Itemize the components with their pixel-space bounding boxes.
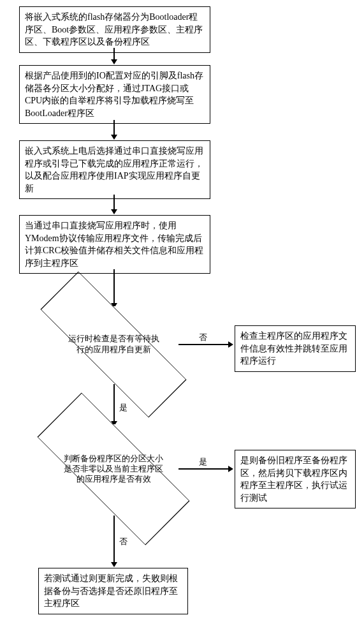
label-yes-1: 是 [118, 402, 129, 413]
arrow-4 [113, 269, 115, 304]
arrow-head-d1-no [228, 341, 233, 348]
process-box-6: 是则备份旧程序至备份程序区，然后拷贝下载程序区内程序至主程序区，执行试运行测试 [235, 450, 356, 508]
arrow-head-1 [111, 59, 117, 64]
process-box-2: 根据产品使用到的IO配置对应的引脚及flash存储器各分区大小分配好，通过JTA… [19, 65, 210, 124]
decision-text: 运行时检查是否有等待执行的应用程序自更新 [50, 306, 177, 383]
arrow-d1-no [178, 344, 229, 345]
process-text: 嵌入式系统上电后选择通过串口直接烧写应用程序或引导已下载完成的应用程序正常运行，… [25, 146, 203, 193]
arrow-1 [113, 48, 115, 61]
process-box-7: 若测试通过则更新完成，失败则根据备份与否选择是否还原旧程序至主程序区 [38, 568, 188, 614]
process-text: 检查主程序区的应用程序文件信息有效性并跳转至应用程序运行 [240, 331, 347, 366]
decision-1: 运行时检查是否有等待执行的应用程序自更新 [50, 306, 177, 383]
arrow-head-3 [111, 209, 117, 214]
arrow-d1-yes [113, 384, 115, 422]
process-text: 若测试通过则更新完成，失败则根据备份与否选择是否还原旧程序至主程序区 [44, 574, 178, 608]
arrow-3 [113, 195, 115, 211]
process-text: 当通过串口直接烧写应用程序时，使用YModem协议传输应用程序文件，传输完成后计… [25, 221, 203, 268]
flowchart-container: 将嵌入式系统的flash存储器分为Bootloader程序区、Boot参数区、应… [0, 0, 364, 638]
decision-text: 判断备份程序区的分区大小是否非零以及当前主程序区的应用程序是否有效 [50, 424, 177, 514]
label-no-2: 否 [118, 536, 129, 547]
arrow-head-d2-no [111, 562, 117, 567]
process-box-3: 嵌入式系统上电后选择通过串口直接烧写应用程序或引导已下载完成的应用程序正常运行，… [19, 140, 210, 199]
process-text: 是则备份旧程序至备份程序区，然后拷贝下载程序区内程序至主程序区，执行试运行测试 [240, 456, 347, 503]
process-text: 根据产品使用到的IO配置对应的引脚及flash存储器各分区大小分配好，通过JTA… [25, 71, 203, 118]
arrow-head-d2-yes [228, 466, 233, 472]
process-box-1: 将嵌入式系统的flash存储器分为Bootloader程序区、Boot参数区、应… [19, 6, 210, 53]
process-box-4: 当通过串口直接烧写应用程序时，使用YModem协议传输应用程序文件，传输完成后计… [19, 215, 210, 274]
arrow-2 [113, 120, 115, 136]
arrow-d2-yes [178, 468, 229, 470]
arrow-d2-no [113, 516, 115, 563]
process-text: 将嵌入式系统的flash存储器分为Bootloader程序区、Boot参数区、应… [25, 12, 203, 47]
decision-2: 判断备份程序区的分区大小是否非零以及当前主程序区的应用程序是否有效 [50, 424, 177, 514]
label-yes-2: 是 [198, 456, 208, 468]
arrow-head-2 [111, 135, 117, 140]
label-no-1: 否 [198, 332, 208, 343]
process-box-5: 检查主程序区的应用程序文件信息有效性并跳转至应用程序运行 [235, 325, 356, 372]
